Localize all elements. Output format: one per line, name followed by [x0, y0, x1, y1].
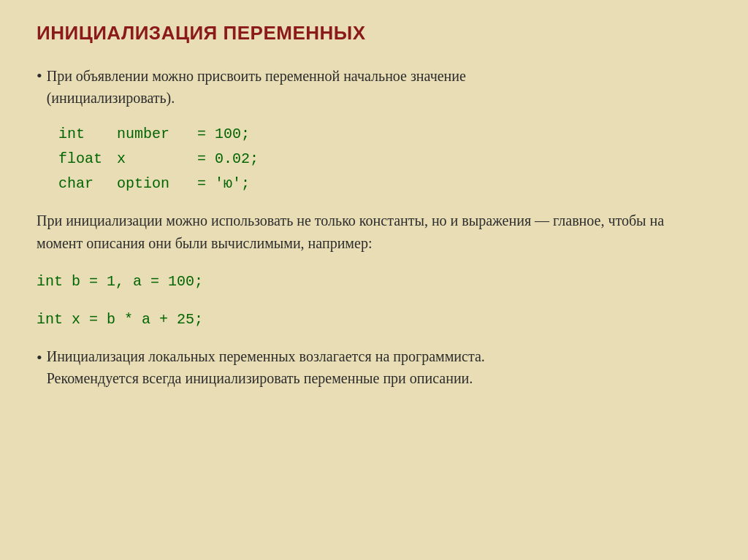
code-var-option: option	[117, 172, 197, 196]
code-line-2: float x = 0.02;	[58, 147, 711, 172]
content-area: • При объявлении можно присвоить перемен…	[37, 65, 711, 389]
code-value-number: = 100;	[197, 122, 250, 147]
intro-paragraph: • При объявлении можно присвоить перемен…	[37, 65, 711, 109]
code-type-int: int	[58, 122, 117, 147]
intro-text: При объявлении можно присвоить переменно…	[47, 65, 466, 109]
page: ИНИЦИАЛИЗАЦИЯ ПЕРЕМЕННЫХ • При объявлени…	[0, 0, 748, 560]
bullet-2-text: Инициализация локальных переменных возла…	[47, 345, 485, 389]
bullet-section-2: • Инициализация локальных переменных воз…	[37, 345, 711, 389]
code-value-x: = 0.02;	[197, 147, 259, 172]
bullet-2-dot: •	[37, 345, 42, 389]
code-block-1: int number = 100; float x = 0.02; char o…	[58, 122, 711, 196]
code-inline-1: int b = 1, a = 100;	[37, 269, 711, 294]
code-line-1: int number = 100;	[58, 122, 711, 147]
paragraph-2: При инициализации можно использовать не …	[37, 210, 711, 255]
code-var-x: x	[117, 147, 197, 172]
code-type-float: float	[58, 147, 117, 172]
page-title: ИНИЦИАЛИЗАЦИЯ ПЕРЕМЕННЫХ	[37, 22, 711, 45]
code-value-option: = 'ю';	[197, 172, 250, 196]
bullet-1: •	[37, 65, 42, 109]
code-var-number: number	[117, 122, 197, 147]
code-type-char: char	[58, 172, 117, 196]
code-inline-2: int x = b * a + 25;	[37, 307, 711, 332]
code-line-3: char option = 'ю';	[58, 172, 711, 196]
